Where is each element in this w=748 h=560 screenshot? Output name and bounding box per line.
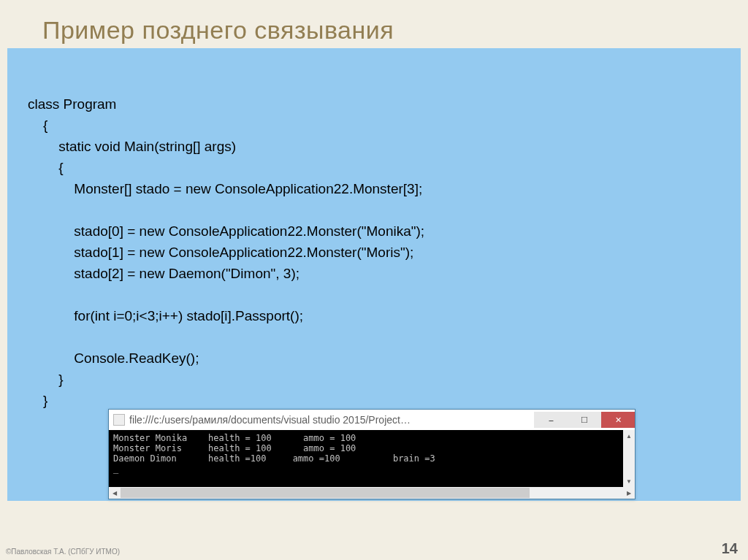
slide-title: Пример позднего связывания: [0, 0, 748, 45]
code-text: class Program { static void Main(string[…: [28, 93, 720, 411]
scroll-thumb[interactable]: [121, 488, 530, 498]
window-buttons: ‒ ☐ ✕: [534, 412, 635, 428]
console-window: file:///c:/users/рамиля/documents/visual…: [108, 409, 636, 499]
footer-copyright: ©Павловская Т.А. (СПбГУ ИТМО): [6, 548, 120, 556]
close-button[interactable]: ✕: [601, 412, 635, 428]
minimize-button[interactable]: ‒: [534, 412, 568, 428]
horizontal-scrollbar[interactable]: ◀ ▶: [109, 487, 635, 499]
page-number: 14: [722, 540, 738, 557]
console-output: Monster Monika health = 100 ammo = 100 M…: [109, 430, 635, 487]
scroll-up-icon[interactable]: ▲: [623, 430, 635, 442]
slide: Пример позднего связывания class Program…: [0, 0, 748, 560]
console-titlebar[interactable]: file:///c:/users/рамиля/documents/visual…: [109, 410, 635, 430]
scroll-down-icon[interactable]: ▼: [623, 475, 635, 487]
maximize-button[interactable]: ☐: [568, 412, 601, 428]
console-path: file:///c:/users/рамиля/documents/visual…: [129, 414, 534, 426]
console-app-icon: [113, 414, 125, 426]
scroll-left-icon[interactable]: ◀: [109, 487, 121, 499]
scroll-track[interactable]: [530, 487, 623, 499]
scroll-right-icon[interactable]: ▶: [623, 487, 635, 499]
console-body-wrap: Monster Monika health = 100 ammo = 100 M…: [109, 430, 635, 487]
vertical-scrollbar[interactable]: ▲ ▼: [623, 430, 635, 487]
